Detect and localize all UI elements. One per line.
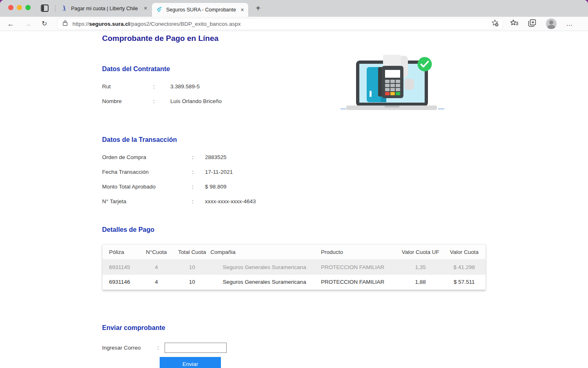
separator: : (192, 198, 205, 204)
cell-poliza: 6931145 (102, 260, 139, 275)
toolbar-right-icons: … (510, 18, 582, 29)
separator: : (153, 98, 170, 104)
cell-valor-cuota-uf: 1,35 (398, 260, 443, 275)
nombre-value: Luis Orlando Briceño (170, 98, 222, 104)
payment-details-table: Póliza N°Cuota Total Cuota Compañia Prod… (102, 244, 486, 290)
table-header-row: Póliza N°Cuota Total Cuota Compañia Prod… (102, 245, 486, 260)
lock-icon[interactable] (62, 20, 68, 28)
close-icon[interactable]: ✕ (144, 6, 147, 11)
cell-compania: Seguros Generales Suramericana (210, 260, 318, 275)
cell-producto: PROTECCION FAMILIAR (318, 260, 398, 275)
transaction-heading: Datos de la Transacción (102, 136, 588, 144)
col-valor-cuota: Valor Cuota (443, 245, 486, 260)
refresh-button[interactable]: ↻ (42, 20, 47, 27)
orden-compra-row: Orden de Compra : 2883525 (102, 154, 588, 169)
nombre-label: Nombre (102, 98, 153, 104)
rut-value: 3.389.589-5 (170, 83, 200, 90)
separator: : (192, 154, 205, 160)
table-row: 6931146 4 10 Seguros Generales Surameric… (102, 275, 486, 290)
tab-title: Pagar mi cuota | Liberty Chile (71, 6, 140, 11)
separator: : (192, 184, 205, 190)
monto-aprobado-label: Monto Total Aprobado (102, 184, 192, 190)
tab-bar: Pagar mi cuota | Liberty Chile ✕ Seguros… (0, 0, 588, 17)
forward-button[interactable]: → (24, 20, 31, 27)
sura-favicon (156, 7, 163, 13)
profile-avatar[interactable] (546, 18, 557, 29)
cell-poliza: 6931146 (102, 275, 139, 290)
browser-window: Pagar mi cuota | Liberty Chile ✕ Seguros… (0, 0, 588, 368)
browser-toolbar: ← → ↻ https://seguros.sura.cl/pagos2/Con… (0, 17, 588, 31)
cell-compania: Seguros Generales Suramericana (210, 275, 318, 290)
cell-producto: PROTECCION FAMILIAR (318, 275, 398, 290)
close-window-button[interactable] (8, 5, 13, 10)
send-button[interactable]: Enviar (160, 357, 221, 368)
col-producto: Producto (318, 245, 398, 260)
back-button[interactable]: ← (7, 20, 14, 27)
numero-tarjeta-value: xxxx-xxxx-xxxx-4643 (205, 198, 256, 204)
payment-success-illustration (340, 53, 445, 113)
cell-total-cuota: 10 (174, 260, 210, 275)
rut-label: Rut (102, 83, 153, 90)
page-title: Comprobante de Pago en Línea (102, 34, 588, 43)
ellipsis-icon[interactable]: … (566, 22, 573, 26)
url-protocol: https:// (72, 21, 89, 27)
cell-ncuota: 4 (139, 275, 174, 290)
collections-icon[interactable] (528, 19, 537, 29)
fecha-transaccion-value: 17-11-2021 (205, 169, 233, 175)
cell-ncuota: 4 (139, 260, 174, 275)
col-poliza: Póliza (102, 245, 139, 260)
monto-aprobado-value: $ 98.809 (205, 184, 227, 190)
separator: : (192, 169, 205, 175)
col-valor-cuota-uf: Valor Cuota UF (398, 245, 443, 260)
cell-valor-cuota: $ 57.511 (443, 275, 486, 290)
send-receipt-heading: Enviar comprobante (102, 324, 588, 332)
minimize-window-button[interactable] (17, 5, 22, 10)
col-total-cuota: Total Cuota (174, 245, 210, 260)
email-label: Ingresar Correo (102, 345, 157, 351)
orden-compra-label: Orden de Compra (102, 154, 192, 160)
fecha-transaccion-row: Fecha Transacción : 17-11-2021 (102, 169, 588, 184)
email-input[interactable] (165, 343, 227, 353)
page-content: Comprobante de Pago en Línea Datos del C… (0, 31, 588, 368)
fecha-transaccion-label: Fecha Transacción (102, 169, 192, 175)
pos-keypad (385, 80, 400, 91)
url-text: https://seguros.sura.cl/pagos2/Conectore… (72, 21, 241, 27)
tab-separator (55, 5, 56, 12)
table-row: 6931145 4 10 Seguros Generales Surameric… (102, 260, 486, 275)
monto-aprobado-row: Monto Total Aprobado : $ 98.809 (102, 184, 588, 198)
cell-total-cuota: 10 (174, 275, 210, 290)
tab-seguros-sura[interactable]: Seguros SURA - Comprobante ✕ (152, 3, 248, 17)
cell-valor-cuota: $ 41.298 (443, 260, 486, 275)
liberty-favicon (61, 5, 67, 12)
zoom-window-button[interactable] (25, 5, 31, 10)
email-row: Ingresar Correo : (102, 343, 588, 353)
cell-valor-cuota-uf: 1,88 (398, 275, 443, 290)
tab-title: Seguros SURA - Comprobante (166, 7, 237, 13)
col-ncuota: N°Cuota (139, 245, 174, 260)
favorites-icon[interactable] (510, 19, 519, 29)
pos-display (385, 70, 400, 78)
separator: : (153, 83, 170, 90)
orden-compra-value: 2883525 (205, 154, 227, 160)
new-tab-button[interactable]: + (253, 3, 263, 13)
col-compania: Compañia (210, 245, 318, 260)
url-domain: seguros.sura.cl (89, 21, 130, 27)
url-path: /pagos2/Conectores/BDP_exito_bancos.aspx (130, 21, 241, 27)
address-bar[interactable]: https://seguros.sura.cl/pagos2/Conectore… (58, 18, 503, 29)
payment-details-heading: Detalles de Pago (102, 226, 588, 233)
vertical-tabs-icon[interactable] (41, 4, 49, 12)
close-icon[interactable]: ✕ (241, 7, 244, 13)
transaction-rows: Orden de Compra : 2883525 Fecha Transacc… (102, 154, 588, 213)
separator: : (157, 345, 165, 351)
numero-tarjeta-label: N° Tarjeta (102, 198, 192, 204)
tab-liberty-chile[interactable]: Pagar mi cuota | Liberty Chile ✕ (58, 2, 151, 15)
add-favorite-icon[interactable] (491, 19, 499, 29)
numero-tarjeta-row: N° Tarjeta : xxxx-xxxx-xxxx-4643 (102, 198, 588, 213)
